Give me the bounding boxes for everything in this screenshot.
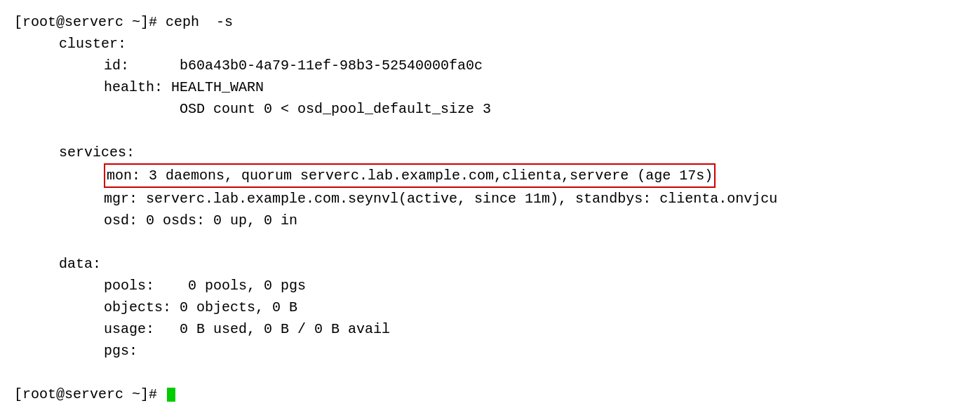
services-mon: mon: 3 daemons, quorum serverc.lab.examp… [14,163,966,188]
cluster-header: cluster: [14,33,966,55]
terminal: [root@serverc ~]# ceph -s cluster: id: b… [14,11,966,397]
command-line: [root@serverc ~]# ceph -s [14,11,966,33]
highlighted-mon-line: mon: 3 daemons, quorum serverc.lab.examp… [104,163,716,188]
cursor [167,388,175,402]
data-header: data: [14,253,966,275]
data-objects: objects: 0 objects, 0 B [14,297,966,318]
final-prompt-line: [root@serverc ~]# [14,383,966,405]
cluster-health-detail: OSD count 0 < osd_pool_default_size 3 [14,98,966,120]
cluster-health: health: HEALTH_WARN [14,76,966,98]
prompt: [root@serverc ~]# [14,14,157,30]
services-osd: osd: 0 osds: 0 up, 0 in [14,210,966,231]
data-pools: pools: 0 pools, 0 pgs [14,275,966,297]
command: ceph -s [157,14,233,30]
services-header: services: [14,142,966,163]
data-usage: usage: 0 B used, 0 B / 0 B avail [14,318,966,340]
services-mgr: mgr: serverc.lab.example.com.seynvl(acti… [14,188,966,210]
data-pgs: pgs: [14,340,966,362]
final-prompt: [root@serverc ~]# [14,383,166,405]
cluster-id: id: b60a43b0-4a79-11ef-98b3-52540000fa0c [14,55,966,76]
